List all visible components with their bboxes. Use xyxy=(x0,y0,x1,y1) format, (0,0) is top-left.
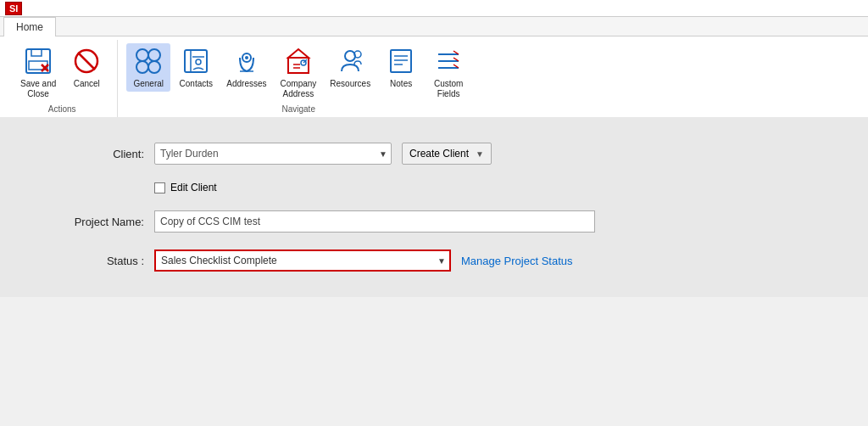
custom-icon xyxy=(433,46,464,76)
client-label: Client: xyxy=(51,148,144,160)
general-label: General xyxy=(133,79,164,89)
status-dropdown-icon[interactable]: ▼ xyxy=(437,256,446,266)
navigate-group-label: Navigate xyxy=(126,102,470,117)
save-close-button[interactable]: Save andClose xyxy=(15,43,61,102)
title-bar: SI xyxy=(0,0,868,17)
edit-client-checkbox[interactable] xyxy=(154,182,165,193)
svg-point-16 xyxy=(245,56,248,59)
ribbon-group-actions: Save andClose Cancel Actions xyxy=(7,40,118,117)
status-value: Sales Checklist Complete xyxy=(161,255,277,266)
ribbon-tabs: Home xyxy=(0,17,868,36)
project-name-input[interactable] xyxy=(154,210,595,233)
client-row: Client: Tyler Durden ▼ Create Client ▼ xyxy=(51,143,817,165)
client-dropdown-icon[interactable]: ▼ xyxy=(379,149,387,159)
svg-marker-19 xyxy=(288,49,309,58)
resources-label: Resources xyxy=(330,79,370,89)
create-client-label: Create Client xyxy=(409,148,469,160)
custom-fields-button[interactable]: CustomFields xyxy=(426,43,470,102)
project-name-label: Project Name: xyxy=(51,216,144,228)
cancel-label: Cancel xyxy=(74,79,100,89)
tab-home[interactable]: Home xyxy=(3,17,56,36)
client-input[interactable]: Tyler Durden ▼ xyxy=(154,143,392,165)
client-value: Tyler Durden xyxy=(160,148,219,160)
create-client-dropdown-icon[interactable]: ▼ xyxy=(476,149,484,159)
contacts-icon xyxy=(181,46,211,76)
ribbon-group-navigate: General Contacts xyxy=(118,40,479,117)
company-icon xyxy=(283,46,314,76)
svg-rect-1 xyxy=(31,49,42,56)
addresses-icon xyxy=(231,46,262,76)
general-button[interactable]: General xyxy=(126,43,170,92)
status-dropdown[interactable]: Sales Checklist Complete ▼ xyxy=(154,249,451,272)
actions-group-label: Actions xyxy=(15,102,108,117)
manage-project-status-link[interactable]: Manage Project Status xyxy=(461,255,573,267)
status-row: Status : Sales Checklist Complete ▼ Mana… xyxy=(51,249,817,272)
svg-point-7 xyxy=(136,49,148,61)
logo-badge: SI xyxy=(5,2,22,15)
cancel-button[interactable]: Cancel xyxy=(64,43,108,92)
save-close-label: Save andClose xyxy=(20,79,56,99)
addresses-button[interactable]: Addresses xyxy=(221,43,271,92)
navigate-items: General Contacts xyxy=(126,40,470,102)
company-address-label: CompanyAddress xyxy=(281,79,317,99)
svg-rect-26 xyxy=(391,50,411,72)
resources-button[interactable]: Resources xyxy=(325,43,376,92)
custom-fields-label: CustomFields xyxy=(434,79,463,99)
svg-point-14 xyxy=(196,59,201,64)
resources-icon xyxy=(335,46,365,76)
create-client-button[interactable]: Create Client ▼ xyxy=(402,143,492,165)
ribbon: Save andClose Cancel Actions xyxy=(0,36,868,117)
company-address-button[interactable]: CompanyAddress xyxy=(275,43,322,102)
form-area: Client: Tyler Durden ▼ Create Client ▼ E… xyxy=(0,117,868,297)
svg-point-9 xyxy=(136,61,148,73)
edit-client-label: Edit Client xyxy=(170,182,217,193)
edit-client-row: Edit Client xyxy=(154,182,817,193)
general-icon xyxy=(133,46,164,76)
project-name-row: Project Name: xyxy=(51,210,817,233)
svg-line-6 xyxy=(78,53,95,70)
notes-label: Notes xyxy=(390,79,412,89)
contacts-button[interactable]: Contacts xyxy=(174,43,218,92)
svg-point-8 xyxy=(148,49,160,61)
svg-point-24 xyxy=(345,51,355,61)
svg-point-10 xyxy=(148,61,160,73)
notes-icon xyxy=(386,46,416,76)
notes-button[interactable]: Notes xyxy=(379,43,423,92)
save-icon xyxy=(23,46,53,76)
cancel-icon xyxy=(71,46,102,76)
actions-items: Save andClose Cancel xyxy=(15,40,108,102)
status-label: Status : xyxy=(51,255,144,267)
contacts-label: Contacts xyxy=(180,79,213,89)
addresses-label: Addresses xyxy=(226,79,266,89)
